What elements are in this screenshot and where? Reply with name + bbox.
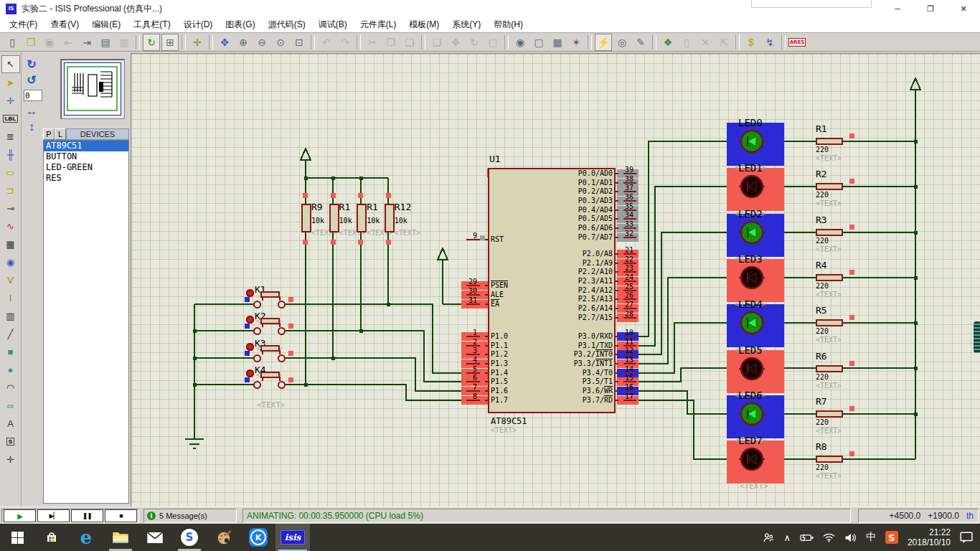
- toolbar-button[interactable]: [652, 35, 656, 50]
- toolbar-button[interactable]: ⇤: [60, 34, 77, 51]
- toolbar-button[interactable]: ⊕: [235, 34, 252, 51]
- menu-item[interactable]: 模板(M): [402, 17, 446, 32]
- mode-button[interactable]: I: [2, 290, 19, 306]
- mode-button[interactable]: ⊐: [2, 182, 19, 199]
- chip-pin[interactable]: 28 P2.7/A15: [617, 314, 639, 322]
- button-actuator-icon[interactable]: [246, 369, 254, 377]
- resistor-body[interactable]: [816, 456, 843, 463]
- resistor-body[interactable]: [329, 204, 339, 232]
- toolbar-button[interactable]: ⊞: [161, 34, 179, 51]
- mode-button[interactable]: S: [2, 433, 19, 450]
- toolbar-button[interactable]: ⊖: [253, 34, 270, 51]
- toolbar-button[interactable]: ↻: [466, 34, 483, 51]
- sim-control-button[interactable]: ▶▏: [37, 509, 70, 522]
- mode-button[interactable]: ╱: [2, 326, 19, 342]
- toolbar-button[interactable]: ❑: [401, 34, 418, 51]
- toolbar-button[interactable]: ❐: [382, 34, 400, 51]
- menu-item[interactable]: 图表(G): [219, 17, 261, 32]
- button-actuator-icon[interactable]: [246, 316, 254, 324]
- toolbar-button[interactable]: ▤: [97, 34, 114, 51]
- series-resistor[interactable]: R1 220 <TEXT>: [816, 123, 880, 166]
- sogou-tray-icon[interactable]: S: [885, 531, 898, 544]
- toolbar-button[interactable]: ❖: [659, 34, 677, 51]
- toolbar-button[interactable]: ▢: [484, 34, 501, 51]
- taskbar-isis-active[interactable]: isis: [275, 524, 310, 551]
- toolbar-button[interactable]: ⚡: [595, 34, 612, 51]
- toolbar-button[interactable]: ↻: [143, 34, 160, 51]
- chip-pin[interactable]: 32 P0.7/AD7: [617, 233, 639, 242]
- sim-control-button[interactable]: ▶: [4, 509, 36, 522]
- toolbar-button[interactable]: ◉: [512, 34, 529, 51]
- button-actuator-icon[interactable]: [246, 343, 254, 351]
- toolbar-button[interactable]: ❒: [22, 34, 39, 51]
- menu-item[interactable]: 帮助(H): [487, 17, 529, 32]
- button-actuator-icon[interactable]: [246, 289, 254, 297]
- led-green[interactable]: <TEXT> LED4: [727, 304, 784, 347]
- led-green[interactable]: <TEXT> LED1: [727, 168, 784, 211]
- mode-button[interactable]: ◉: [2, 254, 19, 270]
- schematic-canvas[interactable]: U1 AT89C51 <TEXT> 19 XTAL1 18 XTAL2 9 RS…: [131, 53, 980, 507]
- taskbar-edge[interactable]: e: [69, 524, 103, 551]
- resistor-body[interactable]: [385, 204, 395, 232]
- toolbar-button[interactable]: ✂: [364, 34, 381, 51]
- resistor-body[interactable]: [816, 138, 843, 145]
- taskbar-store[interactable]: [34, 524, 69, 551]
- library-button[interactable]: L: [55, 128, 66, 140]
- mode-button[interactable]: A: [2, 415, 19, 432]
- toolbar-button[interactable]: [504, 35, 509, 50]
- menu-item[interactable]: 文件(F): [3, 17, 44, 32]
- toolbar-button[interactable]: [588, 35, 592, 50]
- rotate-cw-icon[interactable]: ↻: [23, 56, 40, 72]
- taskbar-paint[interactable]: [207, 524, 241, 551]
- led-green[interactable]: LED0: [727, 123, 784, 166]
- mode-button[interactable]: ✛: [2, 451, 19, 468]
- tray-chevron-icon[interactable]: ∧: [783, 532, 791, 543]
- series-resistor[interactable]: R3 220 <TEXT>: [816, 214, 880, 257]
- mode-button[interactable]: ╫: [2, 146, 19, 163]
- resistor-body[interactable]: [816, 410, 843, 418]
- taskbar-kantu[interactable]: K: [241, 524, 275, 551]
- toolbar-button[interactable]: ⊙: [272, 34, 289, 51]
- rotate-ccw-icon[interactable]: ↺: [23, 72, 40, 88]
- toolbar-button[interactable]: ▥: [116, 34, 133, 51]
- pin-rst[interactable]: 9 RST: [461, 235, 488, 244]
- toolbar-button[interactable]: ❏: [428, 34, 446, 51]
- device-list-item[interactable]: LED-GREEN: [44, 162, 128, 173]
- toolbar-button[interactable]: [735, 35, 740, 50]
- toolbar-button[interactable]: ✛: [189, 34, 206, 51]
- mode-button[interactable]: ∿: [2, 218, 19, 235]
- window-control-button[interactable]: ✕: [947, 0, 980, 17]
- resistor-body[interactable]: [816, 319, 843, 326]
- mode-button[interactable]: ▭: [2, 164, 19, 181]
- pullup-resistor[interactable]: R1 10k <TEXT>: [357, 193, 385, 243]
- design-overview[interactable]: [60, 59, 125, 119]
- series-resistor[interactable]: R4 220 <TEXT>: [816, 259, 880, 302]
- led-green[interactable]: <TEXT> LED2: [727, 214, 784, 257]
- toolbar-button[interactable]: ✥: [216, 34, 233, 51]
- mode-button[interactable]: ∞: [2, 397, 19, 414]
- toolbar-button[interactable]: [182, 35, 186, 50]
- resistor-body[interactable]: [816, 274, 843, 281]
- start-button[interactable]: [0, 524, 34, 551]
- toolbar-button[interactable]: ↷: [336, 34, 354, 51]
- mode-button[interactable]: ▦: [2, 236, 19, 253]
- toolbar-button[interactable]: ✎: [632, 34, 649, 51]
- resistor-body[interactable]: [816, 365, 843, 372]
- toolbar-button[interactable]: ↶: [318, 34, 335, 51]
- toolbar-button[interactable]: $: [743, 34, 760, 51]
- mode-button[interactable]: ■: [2, 344, 19, 360]
- series-resistor[interactable]: R5 220 <TEXT>: [816, 304, 880, 347]
- mirror-horizontal-icon[interactable]: ↔: [23, 103, 40, 119]
- mirror-vertical-icon[interactable]: ↕: [23, 119, 40, 135]
- sim-control-button[interactable]: ❚❚: [71, 509, 103, 522]
- mode-button[interactable]: ⊸: [2, 200, 19, 217]
- mode-button[interactable]: ➤: [2, 75, 19, 91]
- message-panel[interactable]: i 5 Message(s): [143, 509, 237, 523]
- mode-button[interactable]: ≣: [2, 128, 19, 145]
- toolbar-button[interactable]: ▯: [678, 34, 695, 51]
- taskbar-file-explorer[interactable]: [103, 524, 138, 551]
- series-resistor[interactable]: R2 220 <TEXT>: [816, 168, 880, 211]
- pullup-resistor[interactable]: R9 10k <TEXT>: [301, 193, 330, 243]
- toolbar-button[interactable]: ⇱: [715, 34, 732, 51]
- menu-item[interactable]: 元件库(L): [354, 17, 403, 32]
